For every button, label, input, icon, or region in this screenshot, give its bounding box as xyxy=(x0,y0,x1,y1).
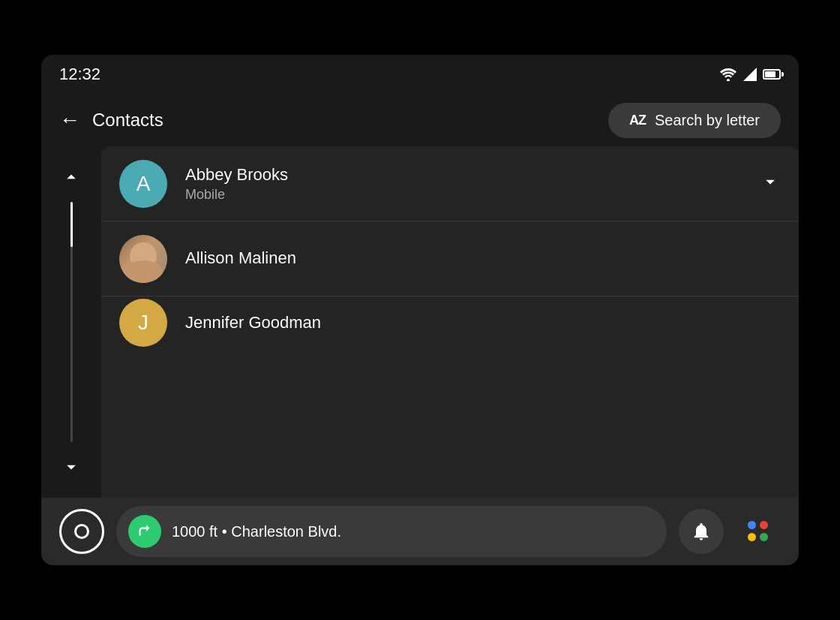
google-assistant-button[interactable] xyxy=(736,509,781,554)
home-button[interactable] xyxy=(59,509,104,554)
google-dot-yellow xyxy=(748,533,756,541)
main-content: A Abbey Brooks Mobile xyxy=(41,146,799,498)
scroll-track xyxy=(70,202,73,442)
search-by-letter-button[interactable]: AZ Search by letter xyxy=(608,103,781,138)
scroll-up-button[interactable] xyxy=(52,158,90,196)
contact-name-jennifer: Jennifer Goodman xyxy=(185,312,781,334)
google-dots-icon xyxy=(748,521,769,542)
google-dot-blue xyxy=(748,521,756,529)
contact-info-allison: Allison Malinen xyxy=(185,248,781,269)
bell-icon xyxy=(691,521,712,542)
contact-detail-abbey: Mobile xyxy=(185,187,760,203)
status-icons xyxy=(719,68,781,81)
device-frame: 12:32 ← Contacts AZ Sear xyxy=(41,55,799,565)
header-bar: ← Contacts AZ Search by letter xyxy=(41,94,799,146)
scroll-down-button[interactable] xyxy=(52,448,90,486)
avatar-jennifer: J xyxy=(119,299,167,347)
turn-right-icon xyxy=(135,522,154,541)
az-icon: AZ xyxy=(629,113,646,128)
signal-icon xyxy=(743,68,757,81)
google-dot-red xyxy=(760,521,768,529)
avatar-abbey: A xyxy=(119,160,167,208)
google-dot-green xyxy=(760,533,768,541)
svg-point-0 xyxy=(727,79,730,81)
contact-item-abbey[interactable]: A Abbey Brooks Mobile xyxy=(101,146,799,221)
chevron-down-icon xyxy=(61,456,82,477)
direction-turn-icon xyxy=(128,515,161,548)
avatar-allison xyxy=(119,235,167,283)
contact-name-abbey: Abbey Brooks xyxy=(185,164,760,186)
bottom-nav-bar: 1000 ft • Charleston Blvd. xyxy=(41,498,799,565)
status-bar: 12:32 xyxy=(41,55,799,94)
notification-button[interactable] xyxy=(679,509,724,554)
back-arrow-icon: ← xyxy=(59,108,80,132)
battery-icon xyxy=(763,69,781,80)
svg-marker-1 xyxy=(743,68,757,81)
back-button[interactable]: ← Contacts xyxy=(59,108,164,132)
contact-item-jennifer[interactable]: J Jennifer Goodman xyxy=(101,296,799,349)
contact-name-allison: Allison Malinen xyxy=(185,248,781,269)
search-by-letter-label: Search by letter xyxy=(655,112,760,129)
contact-list: A Abbey Brooks Mobile xyxy=(101,146,799,498)
wifi-icon xyxy=(719,68,737,81)
contact-item-allison[interactable]: Allison Malinen xyxy=(101,221,799,296)
home-icon xyxy=(74,524,89,539)
contact-info-jennifer: Jennifer Goodman xyxy=(185,312,781,334)
scroll-controls xyxy=(41,146,101,498)
chevron-down-expand-icon xyxy=(760,171,781,192)
expand-icon-abbey[interactable] xyxy=(760,171,781,196)
status-time: 12:32 xyxy=(59,65,100,84)
directions-pill[interactable]: 1000 ft • Charleston Blvd. xyxy=(116,506,667,557)
contact-info-abbey: Abbey Brooks Mobile xyxy=(185,164,760,203)
directions-text: 1000 ft • Charleston Blvd. xyxy=(172,523,341,540)
chevron-up-icon xyxy=(61,167,82,188)
scroll-thumb xyxy=(70,202,73,247)
page-title: Contacts xyxy=(92,110,164,131)
